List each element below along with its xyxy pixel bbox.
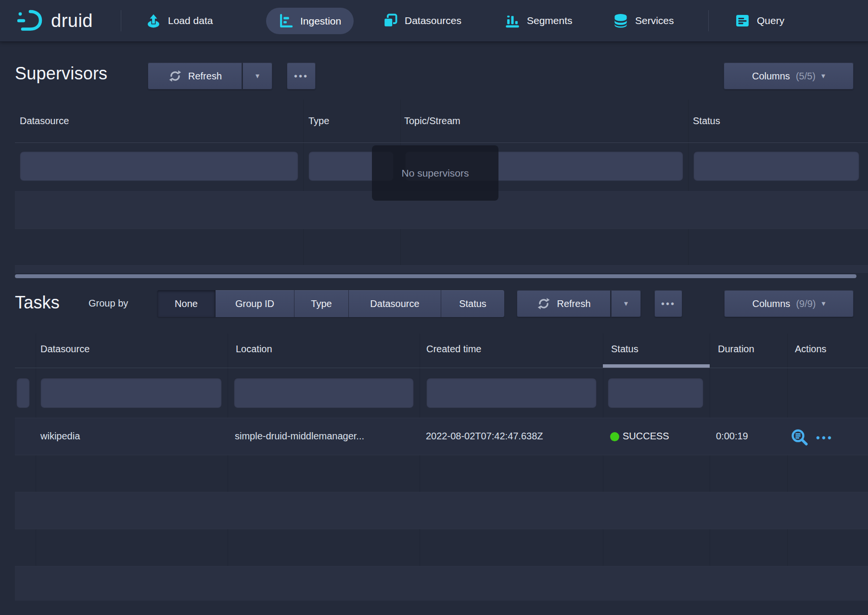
nav-divider (708, 10, 709, 31)
tasks-header-created-time[interactable]: Created time (426, 344, 482, 355)
chevron-down-icon: ▾ (624, 300, 628, 308)
tasks-filter-datasource[interactable] (40, 378, 222, 408)
nav-item-label: Query (757, 15, 784, 26)
group-by-none-button[interactable]: None (157, 290, 216, 317)
task-actions-menu-button[interactable]: ••• (816, 433, 833, 444)
group-by-option-label: Type (311, 298, 332, 309)
column-divider (228, 333, 228, 600)
refresh-icon (168, 69, 182, 83)
nav-item-segments[interactable]: Segments (504, 0, 573, 41)
nav-item-label: Load data (168, 15, 213, 26)
row-border (15, 229, 868, 229)
columns-count: (9/9) (796, 298, 816, 309)
nav-divider (121, 10, 121, 31)
supervisors-refresh-button[interactable]: Refresh (148, 63, 242, 90)
group-by-type-button[interactable]: Type (294, 290, 349, 317)
table-row (15, 492, 868, 529)
nav-item-label: Ingestion (300, 15, 341, 27)
supervisors-title: Supervisors (15, 64, 107, 84)
tasks-more-button[interactable]: ••• (654, 290, 682, 317)
database-icon (613, 13, 629, 29)
header-border (15, 368, 868, 368)
refresh-icon (536, 296, 551, 311)
column-divider (688, 100, 689, 272)
gantt-chart-icon (279, 13, 294, 29)
tasks-header-datasource[interactable]: Datasource (40, 344, 89, 355)
brand[interactable]: druid (17, 0, 93, 41)
task-location-cell: simple-druid-middlemanager... (235, 431, 364, 442)
columns-label: Columns (752, 71, 790, 82)
nav-item-label: Services (635, 15, 674, 26)
tasks-header-duration[interactable]: Duration (718, 344, 754, 355)
table-row (15, 266, 868, 272)
supervisors-header-topic-stream[interactable]: Topic/Stream (404, 115, 460, 127)
nav-item-datasources[interactable]: Datasources (382, 0, 461, 41)
supervisors-more-button[interactable]: ••• (287, 63, 316, 90)
supervisors-refresh-dropdown-button[interactable]: ▾ (243, 63, 272, 90)
supervisors-filter-datasource[interactable] (20, 151, 298, 181)
supervisors-filter-status[interactable] (693, 151, 859, 181)
tasks-filter-location[interactable] (234, 378, 414, 408)
group-by-option-label: Datasource (370, 298, 419, 309)
supervisors-header-datasource[interactable]: Datasource (20, 115, 69, 127)
row-border (15, 529, 868, 529)
group-by-label: Group by (89, 298, 128, 309)
task-created-time-cell: 2022-08-02T07:42:47.638Z (426, 431, 543, 442)
column-divider (603, 333, 603, 600)
tasks-filter-mini[interactable] (16, 378, 30, 408)
druid-console: { "nav": { "brand": "druid", "items": [ … (0, 0, 868, 615)
supervisors-header-type[interactable]: Type (308, 115, 329, 127)
tasks-header-location[interactable]: Location (236, 344, 272, 355)
group-by-option-label: None (175, 298, 198, 309)
brand-name: druid (51, 11, 93, 31)
group-by-status-button[interactable]: Status (441, 290, 504, 317)
chevron-down-icon: ▾ (821, 72, 825, 80)
upload-icon (145, 13, 162, 29)
top-nav: druid Load data Ingestion Datasources (0, 0, 868, 41)
column-divider (303, 100, 304, 272)
group-by-group-id-button[interactable]: Group ID (216, 290, 294, 317)
nav-item-services[interactable]: Services (613, 0, 674, 41)
success-status-icon (610, 432, 619, 441)
column-divider (36, 333, 36, 600)
row-border (15, 272, 868, 273)
column-divider (710, 333, 710, 600)
nav-item-load-data[interactable]: Load data (145, 0, 213, 41)
columns-count: (5/5) (796, 71, 816, 82)
nav-item-label: Segments (527, 15, 573, 26)
columns-label: Columns (752, 298, 790, 309)
more-icon: ••• (661, 299, 676, 308)
bar-chart-icon (504, 13, 521, 29)
supervisors-header-status[interactable]: Status (693, 115, 720, 127)
nav-item-label: Datasources (405, 15, 461, 26)
column-divider (420, 333, 420, 600)
tasks-refresh-button[interactable]: Refresh (517, 290, 611, 317)
tasks-refresh-dropdown-button[interactable]: ▾ (611, 290, 641, 317)
chevron-down-icon: ▾ (822, 300, 826, 308)
tasks-header-status[interactable]: Status (611, 344, 638, 355)
row-border (15, 455, 868, 455)
task-detail-search-icon[interactable] (791, 428, 809, 447)
task-duration-cell: 0:00:19 (716, 431, 748, 442)
group-by-option-label: Group ID (235, 298, 274, 309)
tasks-title: Tasks (15, 293, 60, 313)
horizontal-scrollbar[interactable] (15, 274, 856, 278)
nav-item-query[interactable]: Query (734, 0, 784, 41)
empty-message-text: No supervisors (401, 167, 469, 179)
nav-item-ingestion[interactable]: Ingestion (266, 8, 354, 34)
refresh-label: Refresh (188, 71, 222, 82)
status-sort-indicator (603, 364, 710, 368)
stacked-layers-icon (382, 13, 398, 29)
tasks-columns-button[interactable]: Columns (9/9) ▾ (724, 290, 854, 317)
task-status-cell: SUCCESS (623, 431, 669, 442)
group-by-datasource-button[interactable]: Datasource (349, 290, 441, 317)
no-supervisors-message: No supervisors (372, 145, 498, 201)
query-document-icon (734, 13, 751, 29)
tasks-header-actions[interactable]: Actions (795, 344, 827, 355)
tasks-filter-created-time[interactable] (426, 378, 597, 408)
group-by-button-group: None Group ID Type Datasource Status (157, 290, 504, 317)
group-by-option-label: Status (459, 298, 486, 309)
tasks-filter-status[interactable] (608, 378, 703, 408)
supervisors-columns-button[interactable]: Columns (5/5) ▾ (724, 63, 854, 90)
refresh-label: Refresh (557, 298, 590, 309)
